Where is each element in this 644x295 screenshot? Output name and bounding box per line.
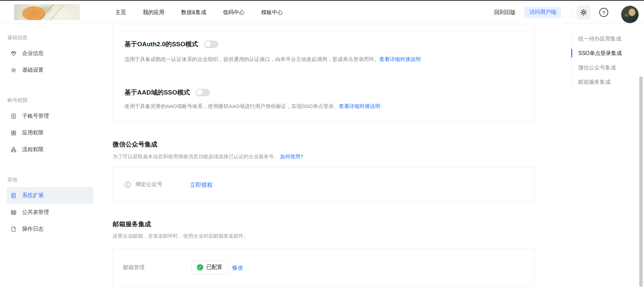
sidebar-item-operation-log[interactable]: 操作日志 [7, 221, 93, 237]
authorize-now-link[interactable]: 立即授权 [190, 181, 213, 188]
org-chart-icon [11, 147, 16, 153]
sidebar-item-label: 流程权限 [22, 146, 44, 153]
sidebar-item-label: 操作日志 [22, 226, 44, 233]
oauth-sso-title: 基于OAuth2.0的SSO模式 [124, 40, 198, 49]
wechat-how-to-use-link[interactable]: 如何使用? [280, 154, 303, 159]
table-icon [11, 210, 16, 215]
check-circle-icon: ✓ [197, 264, 203, 271]
aad-sso-title: 基于AAD域的SSO模式 [124, 88, 190, 97]
gear-icon [580, 9, 587, 16]
visit-client-button[interactable]: 访问用户端 [524, 7, 561, 18]
aad-sso-toggle[interactable] [196, 89, 210, 96]
id-card-icon [11, 113, 16, 119]
page: 主页 我的应用 数据&集成 低码中心 模板中心 回到旧版 访问用户端 ? [0, 0, 644, 295]
email-management-label: 邮箱管理 [123, 264, 145, 271]
vertical-scrollbar[interactable] [639, 76, 643, 287]
gear-icon [11, 67, 16, 73]
sidebar-item-app-permission[interactable]: 应用权限 [7, 124, 93, 141]
sso-integration-card: 基于OAuth2.0的SSO模式 适用于具备成熟统一认证体系的企业组织，提供通用… [113, 24, 535, 122]
oauth-sso-toggle[interactable] [204, 41, 218, 48]
email-management-card: 邮箱管理 ✓ 已配置 修改 [113, 248, 535, 287]
anchor-wechat-integration[interactable]: 微信公众号集成 [571, 60, 642, 75]
sidebar-item-label: 应用权限 [22, 129, 44, 136]
anchor-unified-todo-integration[interactable]: 统一待办应用集成 [571, 32, 642, 46]
sidebar-item-label: 系统扩展 [22, 192, 44, 199]
sidebar-item-label: 公共表管理 [22, 209, 49, 216]
card-row-divider [121, 31, 526, 32]
oauth-sso-block: 基于OAuth2.0的SSO模式 [124, 40, 218, 49]
aad-docs-link[interactable]: 查看详细对接说明 [339, 103, 380, 109]
sidebar-section-other: 其他 [7, 177, 93, 183]
server-icon [11, 193, 16, 198]
sidebar-section-basic-info: 基础信息 [7, 35, 93, 41]
main-nav: 主页 我的应用 数据&集成 低码中心 模板中心 [115, 1, 283, 24]
top-navbar: 主页 我的应用 数据&集成 低码中心 模板中心 回到旧版 访问用户端 ? [0, 1, 644, 24]
sidebar-item-basic-settings[interactable]: 基础设置 [7, 62, 93, 78]
wechat-subtitle-text: 为了可以获取基本信息和使用模板消息功能必须选择已认证的企业服务号。 [113, 154, 279, 159]
grid-icon [11, 130, 16, 136]
main-content: 基于OAuth2.0的SSO模式 适用于具备成熟统一认证体系的企业组织，提供通用… [113, 24, 535, 295]
nav-home[interactable]: 主页 [115, 9, 126, 16]
sidebar-item-label: 企业信息 [22, 50, 44, 57]
email-section-subtitle: 设置企业邮箱，在发送邮件时，使用企业对应邮箱发送邮件。 [113, 233, 249, 239]
sidebar-item-enterprise-info[interactable]: 企业信息 [7, 45, 93, 62]
anchor-sso-login-integration[interactable]: SSO单点登录集成 [571, 46, 642, 60]
info-circle-icon [124, 181, 131, 188]
aad-sso-block: 基于AAD域的SSO模式 [124, 88, 210, 97]
aad-sso-desc-text: 使用于具备完善的AAD域账号体系，使用微软AAD域进行用户身份验证，实现SSO单… [124, 103, 339, 109]
anchor-email-integration[interactable]: 邮箱服务集成 [571, 75, 642, 89]
wechat-section-title: 微信公众号集成 [113, 140, 157, 149]
sidebar-item-subaccount-management[interactable]: 子账号管理 [7, 108, 93, 124]
company-logo[interactable] [14, 4, 80, 20]
document-icon [11, 226, 16, 232]
nav-lowcode-center[interactable]: 低码中心 [223, 9, 245, 16]
wechat-section-subtitle: 为了可以获取基本信息和使用模板消息功能必须选择已认证的企业服务号。 如何使用? [113, 154, 303, 160]
configured-status-text: 已配置 [206, 264, 222, 271]
sidebar-item-public-table-management[interactable]: 公共表管理 [7, 204, 93, 221]
user-avatar[interactable] [621, 6, 639, 23]
oauth-docs-link[interactable]: 查看详细对接说明 [379, 56, 421, 62]
wechat-binding-card: 绑定公众号 立即授权 [113, 167, 535, 202]
svg-text:?: ? [602, 9, 605, 15]
gem-icon [11, 51, 16, 56]
sidebar-spacer [0, 78, 101, 87]
sidebar-section-account-permission: 账号权限 [7, 97, 93, 104]
modify-link[interactable]: 修改 [232, 263, 243, 271]
back-to-old-version-link[interactable]: 回到旧版 [494, 9, 516, 16]
settings-button[interactable] [577, 5, 591, 19]
nav-data-integration[interactable]: 数据&集成 [181, 9, 206, 16]
sidebar-item-system-extension[interactable]: 系统扩展 [7, 187, 93, 204]
help-icon: ? [599, 7, 609, 17]
sidebar-item-label: 基础设置 [22, 67, 44, 74]
toggle-knob [205, 41, 211, 47]
sidebar-spacer [0, 158, 101, 167]
oauth-sso-description: 适用于具备成熟统一认证体系的企业组织，提供通用的认证接口，由本平台主动发起调用，… [124, 56, 421, 63]
aad-sso-description: 使用于具备完善的AAD域账号体系，使用微软AAD域进行用户身份验证，实现SSO单… [124, 103, 380, 110]
header-divider [572, 8, 572, 17]
left-sidebar: 基础信息 企业信息 基础设置 账号权限 [0, 24, 101, 237]
sidebar-item-label: 子账号管理 [22, 113, 49, 120]
help-button[interactable]: ? [598, 7, 609, 18]
nav-my-apps[interactable]: 我的应用 [143, 9, 164, 16]
sidebar-item-workflow-permission[interactable]: 流程权限 [7, 141, 93, 158]
email-section-title: 邮箱服务集成 [113, 220, 151, 229]
page-anchor-nav: 统一待办应用集成 SSO单点登录集成 微信公众号集成 邮箱服务集成 [571, 32, 642, 89]
bind-official-account-label: 绑定公众号 [136, 181, 162, 188]
toggle-knob [197, 90, 203, 96]
oauth-sso-desc-text: 适用于具备成熟统一认证体系的企业组织，提供通用的认证接口，由本平台主动发起调用，… [124, 56, 379, 62]
nav-template-center[interactable]: 模板中心 [261, 9, 283, 16]
logo-stripe [50, 4, 65, 20]
status-badge: ✓ 已配置 [192, 261, 228, 274]
